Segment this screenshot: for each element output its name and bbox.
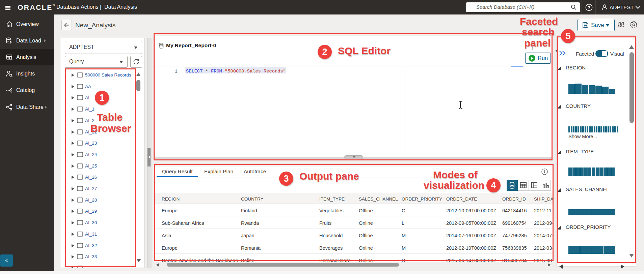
svg-text:?: ? bbox=[588, 5, 590, 10]
